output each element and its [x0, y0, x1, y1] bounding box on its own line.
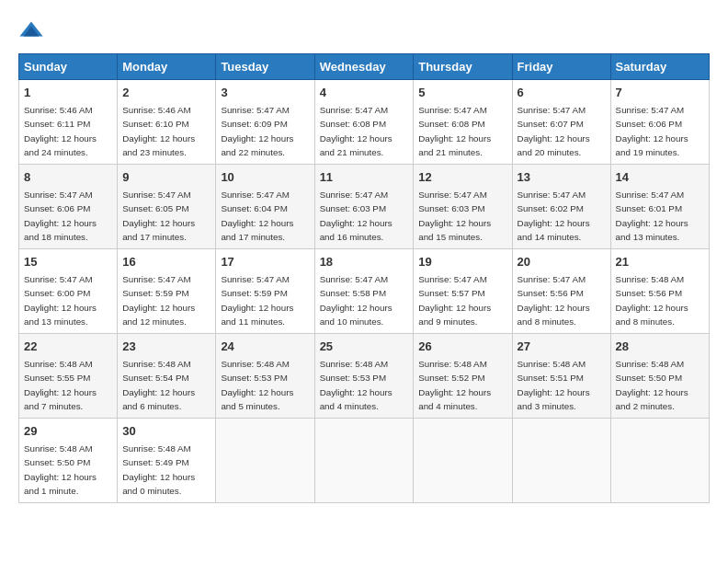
day-number: 28 [616, 339, 704, 355]
day-number: 29 [24, 423, 112, 440]
calendar-header: SundayMondayTuesdayWednesdayThursdayFrid… [19, 54, 710, 80]
day-info: Sunrise: 5:48 AMSunset: 5:53 PMDaylight:… [221, 359, 293, 411]
week-row-2: 8 Sunrise: 5:47 AMSunset: 6:06 PMDayligh… [19, 165, 710, 249]
day-number: 11 [320, 169, 409, 186]
day-number: 7 [616, 85, 704, 101]
day-number: 3 [221, 85, 309, 101]
calendar-cell [314, 419, 414, 503]
day-number: 16 [122, 254, 210, 270]
day-number: 26 [418, 339, 506, 355]
day-info: Sunrise: 5:48 AMSunset: 5:50 PMDaylight:… [616, 359, 688, 411]
day-info: Sunrise: 5:47 AMSunset: 6:08 PMDaylight:… [320, 105, 392, 157]
calendar-cell: 30 Sunrise: 5:48 AMSunset: 5:49 PMDaylig… [118, 419, 216, 503]
week-row-5: 29 Sunrise: 5:48 AMSunset: 5:50 PMDaylig… [19, 419, 710, 503]
day-info: Sunrise: 5:48 AMSunset: 5:50 PMDaylight:… [24, 443, 97, 496]
calendar-cell: 3 Sunrise: 5:47 AMSunset: 6:09 PMDayligh… [216, 80, 314, 165]
day-number: 9 [122, 169, 210, 186]
calendar-cell: 4 Sunrise: 5:47 AMSunset: 6:08 PMDayligh… [314, 80, 414, 165]
day-number: 4 [320, 85, 409, 101]
header-cell-saturday: Saturday [610, 54, 709, 80]
day-number: 2 [122, 85, 210, 101]
calendar-cell: 15 Sunrise: 5:47 AMSunset: 6:00 PMDaylig… [19, 249, 118, 334]
day-number: 30 [122, 423, 210, 440]
day-info: Sunrise: 5:47 AMSunset: 6:02 PMDaylight:… [518, 190, 590, 242]
header-cell-friday: Friday [512, 54, 610, 80]
day-info: Sunrise: 5:48 AMSunset: 5:54 PMDaylight:… [122, 359, 195, 411]
week-row-4: 22 Sunrise: 5:48 AMSunset: 5:55 PMDaylig… [19, 334, 710, 419]
calendar-cell [512, 419, 610, 503]
calendar-cell: 25 Sunrise: 5:48 AMSunset: 5:53 PMDaylig… [314, 334, 414, 419]
calendar-cell: 16 Sunrise: 5:47 AMSunset: 5:59 PMDaylig… [118, 249, 216, 334]
calendar-cell: 22 Sunrise: 5:48 AMSunset: 5:55 PMDaylig… [19, 334, 118, 419]
calendar-cell: 27 Sunrise: 5:48 AMSunset: 5:51 PMDaylig… [512, 334, 610, 419]
day-number: 20 [518, 254, 606, 270]
calendar-cell: 24 Sunrise: 5:48 AMSunset: 5:53 PMDaylig… [216, 334, 314, 419]
calendar-cell: 11 Sunrise: 5:47 AMSunset: 6:03 PMDaylig… [314, 165, 414, 249]
day-info: Sunrise: 5:47 AMSunset: 6:09 PMDaylight:… [221, 105, 293, 157]
day-number: 13 [518, 169, 606, 186]
page-header [18, 18, 710, 44]
header-cell-thursday: Thursday [414, 54, 512, 80]
day-number: 5 [418, 85, 506, 101]
day-number: 10 [221, 169, 309, 186]
day-info: Sunrise: 5:47 AMSunset: 6:06 PMDaylight:… [24, 190, 97, 242]
day-info: Sunrise: 5:47 AMSunset: 5:57 PMDaylight:… [418, 274, 491, 327]
day-number: 19 [418, 254, 506, 270]
week-row-3: 15 Sunrise: 5:47 AMSunset: 6:00 PMDaylig… [19, 249, 710, 334]
calendar-cell: 23 Sunrise: 5:48 AMSunset: 5:54 PMDaylig… [118, 334, 216, 419]
day-info: Sunrise: 5:47 AMSunset: 5:56 PMDaylight:… [518, 274, 590, 327]
calendar-cell [414, 419, 512, 503]
day-number: 6 [518, 85, 606, 101]
calendar-cell: 14 Sunrise: 5:47 AMSunset: 6:01 PMDaylig… [610, 165, 709, 249]
header-cell-tuesday: Tuesday [216, 54, 314, 80]
calendar-cell: 8 Sunrise: 5:47 AMSunset: 6:06 PMDayligh… [19, 165, 118, 249]
day-number: 23 [122, 339, 210, 355]
day-number: 12 [418, 169, 506, 186]
calendar-cell: 26 Sunrise: 5:48 AMSunset: 5:52 PMDaylig… [414, 334, 512, 419]
day-number: 18 [320, 254, 409, 270]
day-number: 24 [221, 339, 309, 355]
day-info: Sunrise: 5:47 AMSunset: 6:05 PMDaylight:… [122, 190, 195, 242]
day-number: 21 [616, 254, 704, 270]
day-number: 17 [221, 254, 309, 270]
day-info: Sunrise: 5:47 AMSunset: 5:59 PMDaylight:… [122, 274, 195, 327]
calendar-cell: 20 Sunrise: 5:47 AMSunset: 5:56 PMDaylig… [512, 249, 610, 334]
calendar-cell: 29 Sunrise: 5:48 AMSunset: 5:50 PMDaylig… [19, 419, 118, 503]
day-number: 1 [24, 85, 112, 101]
day-info: Sunrise: 5:48 AMSunset: 5:56 PMDaylight:… [616, 274, 688, 327]
day-info: Sunrise: 5:48 AMSunset: 5:53 PMDaylight:… [320, 359, 392, 411]
header-row: SundayMondayTuesdayWednesdayThursdayFrid… [19, 54, 710, 80]
calendar-cell: 9 Sunrise: 5:47 AMSunset: 6:05 PMDayligh… [118, 165, 216, 249]
day-info: Sunrise: 5:47 AMSunset: 5:58 PMDaylight:… [320, 274, 392, 327]
calendar-cell: 17 Sunrise: 5:47 AMSunset: 5:59 PMDaylig… [216, 249, 314, 334]
day-info: Sunrise: 5:46 AMSunset: 6:10 PMDaylight:… [122, 105, 195, 157]
day-number: 27 [518, 339, 606, 355]
day-info: Sunrise: 5:47 AMSunset: 6:03 PMDaylight:… [320, 190, 392, 242]
calendar-cell: 28 Sunrise: 5:48 AMSunset: 5:50 PMDaylig… [610, 334, 709, 419]
day-info: Sunrise: 5:47 AMSunset: 6:07 PMDaylight:… [518, 105, 590, 157]
calendar-cell: 6 Sunrise: 5:47 AMSunset: 6:07 PMDayligh… [512, 80, 610, 165]
day-number: 22 [24, 339, 112, 355]
calendar-cell: 1 Sunrise: 5:46 AMSunset: 6:11 PMDayligh… [19, 80, 118, 165]
calendar-cell: 18 Sunrise: 5:47 AMSunset: 5:58 PMDaylig… [314, 249, 414, 334]
header-cell-sunday: Sunday [19, 54, 118, 80]
day-info: Sunrise: 5:47 AMSunset: 5:59 PMDaylight:… [221, 274, 293, 327]
day-info: Sunrise: 5:48 AMSunset: 5:49 PMDaylight:… [122, 443, 195, 496]
calendar-cell: 12 Sunrise: 5:47 AMSunset: 6:03 PMDaylig… [414, 165, 512, 249]
calendar-cell: 10 Sunrise: 5:47 AMSunset: 6:04 PMDaylig… [216, 165, 314, 249]
day-number: 15 [24, 254, 112, 270]
logo [18, 18, 48, 44]
calendar-cell: 13 Sunrise: 5:47 AMSunset: 6:02 PMDaylig… [512, 165, 610, 249]
day-info: Sunrise: 5:47 AMSunset: 6:03 PMDaylight:… [418, 190, 491, 242]
week-row-1: 1 Sunrise: 5:46 AMSunset: 6:11 PMDayligh… [19, 80, 710, 165]
calendar-cell: 21 Sunrise: 5:48 AMSunset: 5:56 PMDaylig… [610, 249, 709, 334]
day-info: Sunrise: 5:47 AMSunset: 6:01 PMDaylight:… [616, 190, 688, 242]
calendar-cell [610, 419, 709, 503]
day-info: Sunrise: 5:48 AMSunset: 5:55 PMDaylight:… [24, 359, 97, 411]
day-info: Sunrise: 5:47 AMSunset: 6:00 PMDaylight:… [24, 274, 97, 327]
day-info: Sunrise: 5:48 AMSunset: 5:51 PMDaylight:… [518, 359, 590, 411]
day-info: Sunrise: 5:47 AMSunset: 6:06 PMDaylight:… [616, 105, 688, 157]
day-number: 8 [24, 169, 112, 186]
day-number: 25 [320, 339, 409, 355]
day-info: Sunrise: 5:47 AMSunset: 6:08 PMDaylight:… [418, 105, 491, 157]
